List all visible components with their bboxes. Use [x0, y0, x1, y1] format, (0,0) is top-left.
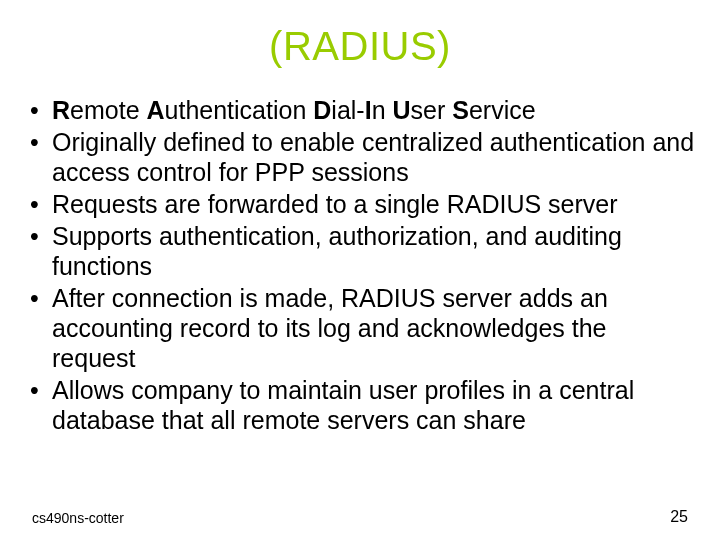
- footer-course: cs490ns-cotter: [32, 510, 124, 526]
- acro-s-rest: ervice: [469, 96, 536, 124]
- slide-number: 25: [670, 508, 688, 526]
- bullet-item: After connection is made, RADIUS server …: [30, 283, 696, 373]
- acro-d-rest: ial-: [331, 96, 364, 124]
- slide: (RADIUS) Remote Authentication Dial-In U…: [0, 0, 720, 540]
- bullet-item: Requests are forwarded to a single RADIU…: [30, 189, 696, 219]
- acro-i-rest: n: [372, 96, 393, 124]
- bullet-item: Originally defined to enable centralized…: [30, 127, 696, 187]
- bullet-item: Allows company to maintain user profiles…: [30, 375, 696, 435]
- bullet-item: Supports authentication, authorization, …: [30, 221, 696, 281]
- acro-s: S: [452, 96, 469, 124]
- acro-a: A: [147, 96, 165, 124]
- acro-u-rest: ser: [411, 96, 453, 124]
- acro-d: D: [313, 96, 331, 124]
- acro-r-rest: emote: [70, 96, 146, 124]
- acro-r: R: [52, 96, 70, 124]
- acro-a-rest: uthentication: [165, 96, 314, 124]
- acro-u: U: [393, 96, 411, 124]
- acro-i: I: [365, 96, 372, 124]
- slide-title: (RADIUS): [20, 24, 700, 69]
- bullet-acronym: Remote Authentication Dial-In User Servi…: [30, 95, 696, 125]
- bullet-list: Remote Authentication Dial-In User Servi…: [20, 95, 700, 435]
